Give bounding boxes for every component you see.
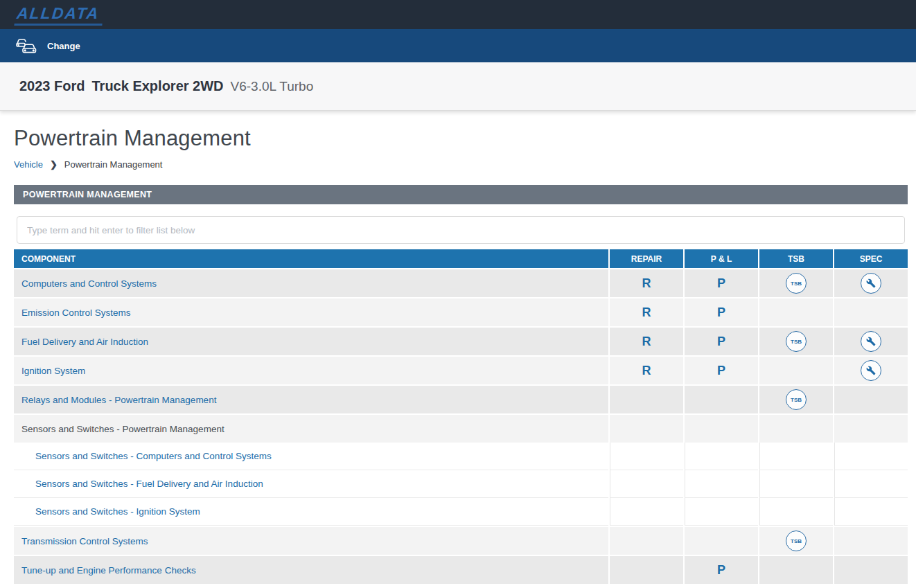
table-header-row: COMPONENT REPAIR P & L TSB SPEC xyxy=(14,249,908,268)
component-link[interactable]: Emission Control Systems xyxy=(21,308,131,318)
table-row: Sensors and Switches - Computers and Con… xyxy=(14,443,908,470)
breadcrumb-chevron-icon: ❯ xyxy=(50,159,58,170)
column-header-pl: P & L xyxy=(685,249,758,268)
column-header-component: COMPONENT xyxy=(14,249,608,268)
column-header-spec: SPEC xyxy=(834,249,908,268)
component-link[interactable]: Fuel Delivery and Air Induction xyxy=(21,337,148,347)
pl-indicator[interactable]: P xyxy=(717,305,725,320)
tsb-badge[interactable]: TSB xyxy=(786,273,807,294)
repair-indicator[interactable]: R xyxy=(642,305,651,320)
table-row: Relays and Modules - Powertrain Manageme… xyxy=(14,386,908,413)
vehicle-info-bar: 2023 Ford Truck Explorer 2WD V6-3.0L Tur… xyxy=(0,62,916,111)
component-link[interactable]: Tune-up and Engine Performance Checks xyxy=(21,565,196,576)
table-row: Ignition SystemRP xyxy=(14,357,908,384)
tsb-badge[interactable]: TSB xyxy=(786,389,807,410)
component-table: COMPONENT REPAIR P & L TSB SPEC Computer… xyxy=(14,249,908,584)
breadcrumb-current: Powertrain Management xyxy=(64,159,163,170)
pl-indicator[interactable]: P xyxy=(717,276,725,291)
table-row: Fuel Delivery and Air InductionRPTSB xyxy=(14,328,908,355)
table-row: Computers and Control SystemsRPTSB xyxy=(14,269,908,297)
vehicle-engine: V6-3.0L Turbo xyxy=(231,79,314,94)
spec-icon[interactable] xyxy=(861,331,881,352)
component-link[interactable]: Relays and Modules - Powertrain Manageme… xyxy=(21,395,216,405)
table-row: Sensors and Switches - Fuel Delivery and… xyxy=(14,470,908,498)
repair-indicator[interactable]: R xyxy=(642,364,651,378)
breadcrumb-vehicle-link[interactable]: Vehicle xyxy=(14,159,43,170)
pl-indicator[interactable]: P xyxy=(717,335,725,349)
section-header-bar: POWERTRAIN MANAGEMENT xyxy=(14,185,908,204)
repair-indicator[interactable]: R xyxy=(642,276,651,291)
vehicle-model: Truck Explorer 2WD xyxy=(91,78,223,94)
component-label: Sensors and Switches - Powertrain Manage… xyxy=(21,424,224,434)
component-link[interactable]: Computers and Control Systems xyxy=(21,278,157,289)
column-header-repair: REPAIR xyxy=(610,249,683,268)
breadcrumb: Vehicle ❯ Powertrain Management xyxy=(14,159,908,170)
filter-area xyxy=(14,204,908,249)
component-link[interactable]: Transmission Control Systems xyxy=(21,536,148,546)
spec-icon[interactable] xyxy=(861,273,881,294)
component-link[interactable]: Sensors and Switches - Computers and Con… xyxy=(35,451,272,461)
page-title: Powertrain Management xyxy=(14,126,908,151)
tsb-badge[interactable]: TSB xyxy=(786,331,807,352)
change-label: Change xyxy=(47,41,80,51)
pl-indicator[interactable]: P xyxy=(717,364,725,378)
component-link[interactable]: Ignition System xyxy=(21,366,85,376)
section-header-label: POWERTRAIN MANAGEMENT xyxy=(23,190,152,199)
table-row: Transmission Control SystemsTSB xyxy=(14,527,908,555)
main-content: Powertrain Management Vehicle ❯ Powertra… xyxy=(0,126,916,584)
tsb-badge[interactable]: TSB xyxy=(786,531,807,551)
component-link[interactable]: Sensors and Switches - Fuel Delivery and… xyxy=(35,479,263,489)
table-row: Tune-up and Engine Performance ChecksP xyxy=(14,556,908,584)
alldata-logo[interactable]: ALLDATA xyxy=(14,4,104,26)
table-row: Sensors and Switches - Ignition System xyxy=(14,498,908,526)
top-bar: ALLDATA xyxy=(0,0,916,29)
component-table-body: Computers and Control SystemsRPTSB Emiss… xyxy=(14,269,908,584)
pl-indicator[interactable]: P xyxy=(717,563,725,578)
spec-icon[interactable] xyxy=(861,360,881,381)
column-header-tsb: TSB xyxy=(759,249,833,268)
table-row: Emission Control SystemsRP xyxy=(14,299,908,326)
repair-indicator[interactable]: R xyxy=(642,335,651,349)
vehicle-year-make: 2023 Ford xyxy=(19,78,85,94)
component-link[interactable]: Sensors and Switches - Ignition System xyxy=(35,506,200,517)
change-vehicle-bar[interactable]: Change xyxy=(0,29,916,62)
filter-input[interactable] xyxy=(17,216,905,244)
table-row: Sensors and Switches - Powertrain Manage… xyxy=(14,415,908,443)
vehicle-change-icon xyxy=(15,37,37,55)
